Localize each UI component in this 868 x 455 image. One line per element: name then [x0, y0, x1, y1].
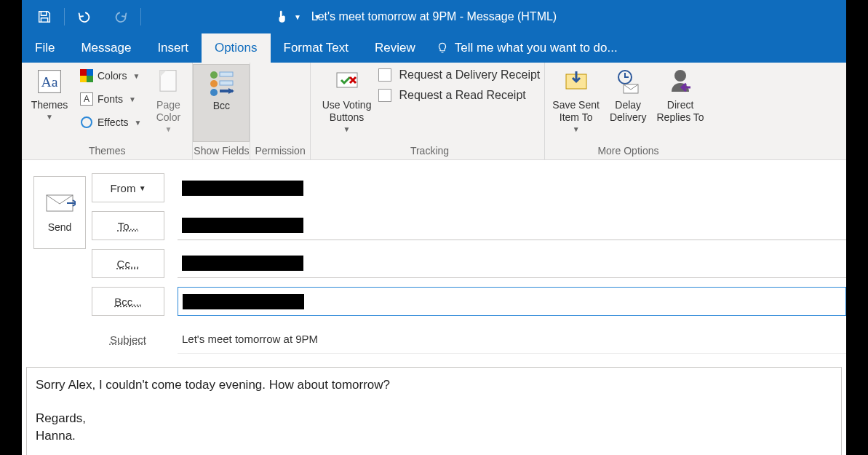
effects-icon: [80, 116, 93, 129]
save-sent-label: Save SentItem To: [552, 99, 600, 124]
themes-icon: Aa: [33, 66, 65, 98]
message-body[interactable]: Sorry Alex, I couldn't come today evenin…: [26, 367, 842, 455]
tell-me-search[interactable]: Tell me what you want to do...: [436, 33, 618, 63]
app-window: ▼ ▾ Let's meet tomorrow at 9PM - Message…: [22, 0, 846, 455]
fonts-icon: A: [80, 92, 93, 106]
bcc-field[interactable]: user3@example.com: [178, 287, 846, 316]
customize-icon: ▾: [315, 12, 319, 22]
subject-field[interactable]: Let's meet tomorrow at 9PM: [178, 325, 846, 354]
ribbon-group-permission: Permission: [250, 63, 310, 159]
group-label-themes: Themes: [26, 142, 188, 159]
svg-point-10: [210, 89, 218, 96]
delay-delivery-button[interactable]: DelayDelivery: [607, 64, 650, 125]
tab-message[interactable]: Message: [68, 33, 144, 63]
bcc-button[interactable]: Bcc: [193, 64, 250, 142]
separator: [140, 8, 141, 25]
ribbon-group-themes: Aa Themes ▼ Colors ▼ A Fonts ▼: [22, 63, 193, 159]
checkbox-icon[interactable]: [378, 89, 391, 102]
ribbon-group-tracking: Use VotingButtons ▼ Request a Delivery R…: [311, 63, 546, 159]
undo-icon: [76, 9, 92, 25]
ribbon-group-show-fields: Bcc Show Fields: [193, 63, 250, 159]
send-label: Send: [48, 221, 72, 233]
tab-file[interactable]: File: [22, 33, 68, 63]
svg-point-8: [210, 71, 218, 79]
voting-label: Use VotingButtons: [322, 99, 372, 124]
body-line-3: Hanna.: [36, 429, 832, 443]
theme-effects-button[interactable]: Effects ▼: [77, 112, 144, 132]
cc-button[interactable]: Cc...: [92, 249, 164, 278]
group-label-show-fields: Show Fields: [193, 142, 250, 159]
direct-label: DirectReplies To: [656, 99, 704, 124]
ribbon-group-more-options: Save SentItem To ▼ DelayDelivery DirectR…: [545, 63, 711, 159]
subject-label: Subject: [92, 325, 164, 354]
touch-mouse-mode-button[interactable]: ▼: [274, 0, 303, 33]
svg-rect-11: [220, 72, 233, 76]
use-voting-buttons-button[interactable]: Use VotingButtons ▼: [319, 64, 375, 135]
bcc-label: Bcc: [213, 100, 230, 112]
from-field[interactable]: user0@example.com: [178, 173, 308, 202]
cc-label: Cc...: [117, 258, 140, 270]
delivery-receipt-label: Request a Delivery Receipt: [399, 68, 540, 82]
ribbon: Aa Themes ▼ Colors ▼ A Fonts ▼: [22, 63, 846, 160]
request-read-receipt[interactable]: Request a Read Receipt: [378, 89, 540, 102]
svg-rect-3: [87, 69, 93, 76]
themes-button[interactable]: Aa Themes ▼: [26, 64, 73, 122]
read-receipt-label: Request a Read Receipt: [399, 89, 525, 102]
save-sent-item-to-button[interactable]: Save SentItem To ▼: [549, 64, 602, 135]
save-button[interactable]: [26, 0, 63, 33]
dropdown-caret: ▼: [46, 113, 53, 121]
fonts-label: Fonts: [97, 93, 123, 105]
tab-insert[interactable]: Insert: [144, 33, 202, 63]
lightbulb-icon: [436, 41, 449, 55]
direct-replies-to-button[interactable]: DirectReplies To: [653, 64, 706, 125]
colors-label: Colors: [97, 70, 127, 82]
tell-me-label: Tell me what you want to do...: [455, 41, 618, 55]
direct-replies-icon: [664, 66, 696, 98]
svg-point-6: [81, 117, 92, 127]
tab-review[interactable]: Review: [362, 33, 429, 63]
save-icon: [36, 9, 52, 25]
quick-access-toolbar: ▼ ▾: [22, 0, 332, 33]
undo-button[interactable]: [66, 0, 103, 33]
svg-rect-12: [220, 81, 233, 85]
to-field[interactable]: user1@example.com: [178, 211, 846, 240]
themes-label: Themes: [31, 99, 68, 111]
voting-icon: [331, 66, 363, 98]
group-label-more-options: More Options: [549, 142, 706, 159]
compose-header: Send From ▼ user0@example.com To... user…: [22, 160, 846, 354]
to-label: To...: [118, 220, 138, 232]
theme-fonts-button[interactable]: A Fonts ▼: [77, 89, 144, 109]
group-label-tracking: Tracking: [319, 142, 541, 159]
tab-options[interactable]: Options: [202, 33, 271, 63]
page-color-icon: [152, 66, 184, 98]
touch-mouse-icon: [275, 9, 291, 25]
cc-field[interactable]: user2@example.com: [178, 249, 846, 278]
from-label: From: [110, 182, 135, 194]
save-sent-icon: [560, 66, 592, 98]
request-delivery-receipt[interactable]: Request a Delivery Receipt: [378, 68, 540, 82]
theme-colors-button[interactable]: Colors ▼: [77, 66, 144, 86]
effects-label: Effects: [97, 116, 129, 128]
customize-qat-button[interactable]: ▾: [303, 0, 332, 33]
body-line-2: Regards,: [36, 411, 832, 426]
to-button[interactable]: To...: [92, 211, 164, 240]
delay-label: DelayDelivery: [610, 99, 647, 124]
redo-button[interactable]: [103, 0, 139, 33]
tab-format-text[interactable]: Format Text: [271, 33, 362, 63]
body-line-1: Sorry Alex, I couldn't come today evenin…: [36, 378, 832, 392]
qat-spacer: [143, 0, 274, 33]
svg-point-17: [674, 70, 686, 82]
from-button[interactable]: From ▼: [92, 173, 164, 202]
bcc-label: Bcc...: [114, 296, 142, 308]
titlebar: ▼ ▾ Let's meet tomorrow at 9PM - Message…: [22, 0, 846, 33]
group-label-permission: Permission: [255, 142, 305, 159]
separator: [64, 8, 65, 25]
page-color-button[interactable]: PageColor ▼: [148, 64, 188, 135]
bcc-field-button[interactable]: Bcc...: [92, 287, 164, 316]
send-button[interactable]: Send: [33, 176, 86, 249]
checkbox-icon[interactable]: [378, 68, 391, 82]
bcc-icon: [205, 66, 237, 98]
from-value: user0@example.com: [182, 181, 303, 196]
to-value: user1@example.com: [182, 218, 303, 233]
page-color-label: PageColor: [156, 99, 180, 124]
